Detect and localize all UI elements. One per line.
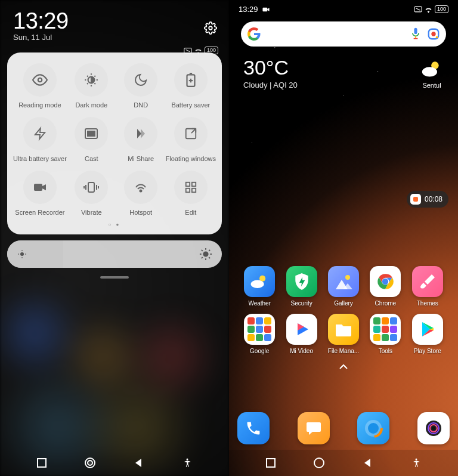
tile-vibrate[interactable]: Vibrate <box>67 171 116 216</box>
app-play-store[interactable]: Play Store <box>407 314 448 354</box>
brightness-high-icon <box>199 248 212 261</box>
play-store-icon <box>412 314 443 345</box>
tile-hotspot[interactable]: Hotspot <box>116 171 166 216</box>
svg-point-53 <box>431 32 435 36</box>
app-gallery[interactable]: Gallery <box>323 266 364 307</box>
brush-icon <box>412 266 443 297</box>
tile-floating-windows[interactable]: Floating windows <box>166 117 216 162</box>
svg-marker-15 <box>42 184 46 190</box>
settings-gear-icon[interactable] <box>204 21 217 37</box>
tile-dnd[interactable]: DND <box>116 63 166 109</box>
svg-marker-81 <box>364 459 370 467</box>
svg-point-42 <box>88 460 92 465</box>
wifi-icon <box>424 6 433 13</box>
nav-home-button[interactable] <box>312 456 326 469</box>
svg-point-82 <box>415 459 417 460</box>
dock <box>229 412 458 447</box>
weather-location: Sentul <box>421 60 442 89</box>
google-lens-icon[interactable] <box>427 27 440 41</box>
svg-rect-16 <box>88 183 94 192</box>
weather-app-icon <box>244 266 275 297</box>
dock-camera[interactable] <box>417 412 450 444</box>
brightness-slider[interactable] <box>7 240 222 268</box>
app-security[interactable]: Security <box>280 266 322 307</box>
app-google-folder[interactable]: Google <box>239 314 280 354</box>
partly-cloudy-icon <box>421 60 442 78</box>
qs-header: 13:29 Sun, 11 Jul 100 <box>0 0 229 44</box>
tile-screen-recorder[interactable]: Screen Recorder <box>13 171 67 216</box>
svg-point-26 <box>21 253 24 256</box>
svg-rect-14 <box>34 184 42 191</box>
shield-icon <box>286 266 317 297</box>
weather-desc: Cloudy | AQI 20 <box>243 81 444 89</box>
app-file-manager[interactable]: File Mana... <box>323 314 364 354</box>
tile-dark-mode[interactable]: Dark mode <box>67 63 116 109</box>
chrome-icon <box>370 266 401 297</box>
clock-time[interactable]: 13:29 <box>13 8 216 34</box>
recording-indicator-icon <box>262 7 270 13</box>
rec-timer: 00:08 <box>425 195 442 203</box>
svg-point-31 <box>203 252 208 256</box>
nav-recent-button[interactable] <box>35 456 48 469</box>
svg-line-13 <box>191 129 196 133</box>
status-bar: 13:29 100 <box>229 0 458 16</box>
app-mi-video[interactable]: Mi Video <box>280 314 322 354</box>
svg-point-80 <box>314 458 324 468</box>
cast-icon <box>75 117 108 150</box>
nav-back-button[interactable] <box>132 456 146 469</box>
app-weather[interactable]: Weather <box>239 266 280 307</box>
home-screen: 13:29 100 30°C Cloudy | AQI 20 Sentul 00… <box>229 0 458 476</box>
nav-recent-button[interactable] <box>264 456 277 469</box>
folder-file-icon <box>328 314 359 345</box>
svg-line-2 <box>185 50 190 52</box>
battery-plus-icon <box>174 63 208 97</box>
moon-icon <box>124 63 157 97</box>
svg-point-54 <box>436 36 438 39</box>
clock-date[interactable]: Sun, 11 Jul <box>13 33 216 42</box>
navigation-bar <box>0 450 229 476</box>
temperature: 30°C <box>243 56 444 79</box>
google-search-bar[interactable] <box>241 21 446 47</box>
app-tools-folder[interactable]: Tools <box>364 314 406 354</box>
app-chrome[interactable]: Chrome <box>364 266 406 307</box>
app-themes[interactable]: Themes <box>407 266 448 307</box>
mi-share-icon <box>124 117 157 150</box>
no-sim-icon <box>414 6 422 13</box>
weather-widget[interactable]: 30°C Cloudy | AQI 20 Sentul <box>229 47 458 89</box>
grid-icon <box>174 171 208 204</box>
dock-messages[interactable] <box>298 412 330 444</box>
tile-reading-mode[interactable]: Reading mode <box>13 63 67 109</box>
svg-rect-11 <box>87 131 95 137</box>
voice-search-icon[interactable] <box>409 27 422 41</box>
svg-marker-43 <box>135 459 141 467</box>
status-time: 13:29 <box>239 5 258 14</box>
svg-line-48 <box>416 8 420 11</box>
nav-accessibility-button[interactable] <box>181 456 194 469</box>
brightness-low-icon <box>17 249 27 259</box>
svg-rect-49 <box>414 28 417 34</box>
svg-rect-40 <box>38 459 46 467</box>
tile-mi-share[interactable]: Mi Share <box>116 117 166 162</box>
svg-marker-9 <box>35 128 45 139</box>
dock-phone[interactable] <box>237 412 270 444</box>
dock-browser[interactable] <box>357 412 389 444</box>
battery-icon: 100 <box>435 5 448 13</box>
brightness-fill <box>7 240 63 268</box>
svg-rect-22 <box>186 183 190 186</box>
nav-accessibility-button[interactable] <box>410 456 423 469</box>
panel-handle[interactable] <box>100 276 129 279</box>
vibrate-icon <box>75 171 108 204</box>
app-drawer-handle[interactable] <box>239 361 448 372</box>
tile-edit[interactable]: Edit <box>166 171 216 216</box>
svg-rect-25 <box>192 188 196 192</box>
nav-home-button[interactable] <box>83 456 97 469</box>
tile-battery-saver[interactable]: Battery saver <box>166 63 216 109</box>
tile-cast[interactable]: Cast <box>67 117 116 162</box>
tile-ultra-battery[interactable]: Ultra battery saver <box>13 117 67 162</box>
nav-back-button[interactable] <box>361 456 375 469</box>
screen-recorder-pill[interactable]: 00:08 <box>407 191 448 208</box>
page-indicator[interactable]: ○ ● <box>13 222 216 227</box>
navigation-bar <box>229 450 458 476</box>
svg-line-37 <box>209 257 210 258</box>
window-icon <box>174 117 208 150</box>
